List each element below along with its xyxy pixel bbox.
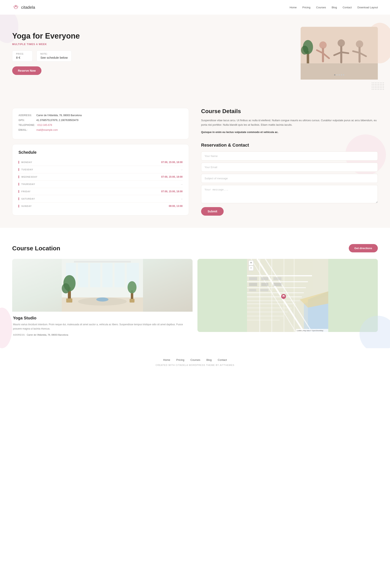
hero-title: Yoga for Everyone xyxy=(12,32,80,41)
logo[interactable]: citadela xyxy=(12,4,35,11)
note-label: NOTE: xyxy=(41,53,68,55)
svg-point-3 xyxy=(15,5,16,6)
svg-rect-64 xyxy=(249,283,257,286)
gps-row: GPS: 41.3768575137879, 2.1907639503479 xyxy=(18,119,183,122)
logo-icon xyxy=(12,4,19,11)
schedule-row: THURSDAY– xyxy=(18,181,183,188)
location-header: Course Location Get directions xyxy=(12,244,378,252)
schedule-time: 07:00, 15:00, 18:00 xyxy=(161,161,183,164)
studio-address-value: Carrer de l'Atlàntida, 78, 08003 Barcelo… xyxy=(27,334,68,336)
svg-rect-44 xyxy=(247,281,308,282)
svg-rect-62 xyxy=(261,277,268,280)
note-value: See schedule below xyxy=(41,56,68,59)
footer-contact[interactable]: Contact xyxy=(218,358,227,362)
schedule-card: Schedule MONDAY07:00, 15:00, 18:00TUESDA… xyxy=(12,144,189,215)
nav-contact[interactable]: Contact xyxy=(343,6,352,9)
telephone-value[interactable]: +012-345-678 xyxy=(37,124,52,127)
footer-home[interactable]: Home xyxy=(163,358,170,362)
slider-dots xyxy=(334,74,344,76)
svg-rect-33 xyxy=(66,298,72,303)
subject-input[interactable] xyxy=(201,174,378,183)
right-column: Course Details Suspendisse vitae lacus a… xyxy=(201,108,378,216)
footer-nav: Home Pricing Courses Blog Contact xyxy=(12,358,378,362)
schedule-day: THURSDAY xyxy=(18,183,35,185)
dot-grid-decoration xyxy=(372,83,384,90)
nav-courses[interactable]: Courses xyxy=(316,6,326,9)
note-card: NOTE: See schedule below xyxy=(37,50,71,61)
schedule-list: MONDAY07:00, 15:00, 18:00TUESDAY–WEDNESD… xyxy=(18,159,183,210)
hero-meta: PRICE: 8 € NOTE: See schedule below xyxy=(12,50,80,61)
schedule-day: FRIDAY xyxy=(18,190,31,193)
location-grid: Yoga Studio Mauris varius tincidunt inte… xyxy=(12,259,378,336)
footer: Home Pricing Courses Blog Contact CREATE… xyxy=(0,348,390,372)
message-input[interactable] xyxy=(201,185,378,203)
schedule-day: SATURDAY xyxy=(18,198,35,200)
studio-image xyxy=(12,259,193,312)
price-value: 8 € xyxy=(16,56,29,59)
schedule-row: SUNDAY09:00, 13:00 xyxy=(18,203,183,210)
gps-label: GPS: xyxy=(18,119,35,122)
svg-rect-38 xyxy=(74,261,131,263)
location-section: Course Location Get directions xyxy=(0,228,390,348)
studio-name: Yoga Studio xyxy=(13,316,192,320)
studio-description: Mauris varius tincidunt interdum. Proin … xyxy=(13,322,192,331)
reserve-button[interactable]: Reserve Now xyxy=(12,66,42,75)
map-container[interactable]: + − Leaflet | Map data © OpenStreetMap xyxy=(197,259,378,332)
studio-image-svg xyxy=(12,259,193,312)
location-title: Course Location xyxy=(12,245,60,252)
svg-rect-57 xyxy=(259,259,260,332)
submit-button[interactable]: Submit xyxy=(201,207,224,216)
email-label: EMAIL: xyxy=(18,129,35,131)
hero-section: Yoga for Everyone MULTIPLE TIMES A WEEK … xyxy=(0,15,390,96)
reservation-section: Reservation & Contact Submit xyxy=(201,142,378,216)
address-label: ADDRESS: xyxy=(18,114,35,117)
email-input[interactable] xyxy=(201,163,378,172)
footer-courses[interactable]: Courses xyxy=(191,358,200,362)
nav-download[interactable]: Download Layout xyxy=(357,6,378,9)
svg-text:−: − xyxy=(250,266,252,270)
nav-blog[interactable]: Blog xyxy=(332,6,337,9)
email-value[interactable]: mail@example.com xyxy=(36,129,58,131)
svg-line-13 xyxy=(341,52,348,53)
schedule-day: MONDAY xyxy=(18,161,32,163)
svg-rect-67 xyxy=(249,289,256,291)
email-row: EMAIL: mail@example.com xyxy=(18,129,183,131)
schedule-day: TUESDAY xyxy=(18,168,33,171)
svg-rect-25 xyxy=(102,263,112,287)
slider-dot-4[interactable] xyxy=(341,74,342,76)
svg-rect-50 xyxy=(247,308,292,308)
name-input[interactable] xyxy=(201,151,378,161)
svg-rect-23 xyxy=(78,263,88,287)
slider-dot-1[interactable] xyxy=(334,74,335,76)
svg-rect-61 xyxy=(249,277,257,280)
schedule-time: – xyxy=(181,197,183,200)
address-value: Carrer de l'Atlàntida, 78, 08003 Barcelo… xyxy=(36,114,82,117)
footer-blog[interactable]: Blog xyxy=(206,358,212,362)
slider-dot-5[interactable] xyxy=(343,74,344,76)
svg-point-37 xyxy=(96,297,108,302)
svg-rect-60 xyxy=(294,259,294,332)
slider-dot-3[interactable] xyxy=(339,74,340,76)
hero-content: Yoga for Everyone MULTIPLE TIMES A WEEK … xyxy=(12,32,80,75)
footer-pricing[interactable]: Pricing xyxy=(176,358,185,362)
schedule-time: 07:00, 15:00, 18:00 xyxy=(161,176,183,178)
svg-rect-43 xyxy=(247,275,312,276)
course-details-title: Course Details xyxy=(201,108,378,115)
map-svg: + − Leaflet | Map data © OpenStreetMap xyxy=(197,259,378,332)
content-grid: ADDRESS: Carrer de l'Atlàntida, 78, 0800… xyxy=(12,108,378,216)
svg-rect-36 xyxy=(130,299,135,303)
directions-button[interactable]: Get directions xyxy=(349,244,378,252)
nav-pricing[interactable]: Pricing xyxy=(302,6,311,9)
svg-point-35 xyxy=(128,281,137,293)
navigation: citadela Home Pricing Courses Blog Conta… xyxy=(0,0,390,15)
svg-point-6 xyxy=(319,42,327,49)
nav-home[interactable]: Home xyxy=(290,6,297,9)
schedule-row: FRIDAY07:00, 15:00, 18:00 xyxy=(18,188,183,195)
schedule-row: TUESDAY– xyxy=(18,166,183,173)
price-card: PRICE: 8 € xyxy=(12,50,33,61)
schedule-row: WEDNESDAY07:00, 15:00, 18:00 xyxy=(18,173,183,181)
svg-rect-58 xyxy=(271,259,272,332)
slider-dot-2[interactable] xyxy=(336,74,338,76)
schedule-time: 07:00, 15:00, 18:00 xyxy=(161,190,183,193)
schedule-row: SATURDAY– xyxy=(18,195,183,203)
